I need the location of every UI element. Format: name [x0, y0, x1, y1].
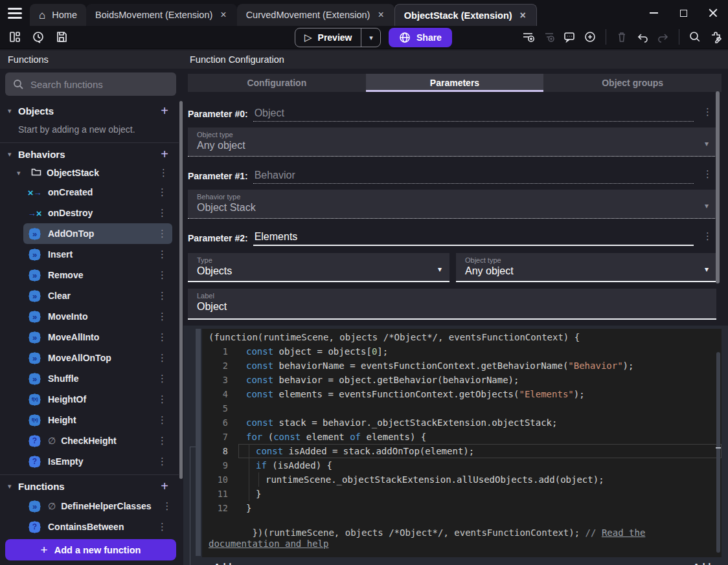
close-button[interactable]: [698, 0, 728, 26]
parameter-2-object-type-select[interactable]: Object type Any object ▾: [456, 253, 716, 282]
objects-section-header[interactable]: ▾ Objects +: [0, 101, 179, 120]
code-line-4[interactable]: 4const elements = eventsFunctionContext.…: [202, 387, 722, 401]
main-menu-icon[interactable]: [0, 0, 30, 26]
javascript-code-editor[interactable]: (function(runtimeScene, objects /*Object…: [202, 329, 722, 557]
field-value: Object: [197, 301, 707, 313]
main-scrollbar[interactable]: [716, 91, 720, 283]
kebab-menu-icon[interactable]: ⋮: [154, 249, 171, 260]
editor-scrollbar[interactable]: [716, 352, 720, 553]
add-circle-icon[interactable]: [582, 28, 598, 45]
behavior-function-remove[interactable]: »Remove⋮: [23, 265, 172, 285]
window-tab-home[interactable]: ⌂Home: [30, 4, 86, 26]
code-line-9[interactable]: 9if (isAdded) {: [202, 458, 722, 472]
behavior-function-oncreated[interactable]: ×→onCreated⋮: [23, 182, 172, 203]
kebab-menu-icon[interactable]: ⋮: [154, 269, 171, 281]
preview-dropdown-button[interactable]: ▾: [361, 28, 380, 47]
kebab-menu-icon[interactable]: ⋮: [154, 456, 171, 467]
close-tab-icon[interactable]: ×: [519, 10, 527, 21]
kebab-menu-icon[interactable]: ⋮: [155, 167, 172, 179]
behavior-function-heightof[interactable]: f(x)HeightOf⋮: [23, 389, 172, 410]
add-new-function-button[interactable]: + Add a new function: [5, 539, 176, 560]
line-number: 1: [202, 344, 238, 359]
history-icon[interactable]: [30, 28, 47, 45]
add-function-plus-button[interactable]: +: [158, 479, 171, 494]
behaviors-section-header[interactable]: ▾ Behaviors +: [0, 144, 179, 164]
add-object-button[interactable]: +: [158, 104, 171, 118]
sidebar-panel-title: Functions: [0, 50, 183, 69]
kebab-menu-icon[interactable]: ⋮: [154, 521, 171, 533]
behavior-function-moveallontop[interactable]: »MoveAllOnTop⋮: [23, 348, 172, 368]
behavior-function-height[interactable]: f(x)Height⋮: [23, 410, 172, 430]
maximize-button[interactable]: [668, 0, 698, 26]
parameter-0-kebab-icon[interactable]: ⋮: [699, 106, 716, 118]
kebab-menu-icon[interactable]: ⋮: [154, 186, 171, 198]
kebab-menu-icon[interactable]: ⋮: [154, 373, 171, 384]
behavior-function-moveallinto[interactable]: »MoveAllInto⋮: [23, 327, 172, 348]
parameter-2-type-select[interactable]: Type Objects ▾: [188, 253, 449, 282]
kebab-menu-icon[interactable]: ⋮: [154, 207, 171, 219]
minimize-button[interactable]: [639, 0, 668, 26]
add-event-icon[interactable]: [519, 28, 536, 45]
free-function-containsbetween[interactable]: ?ContainsBetween⋮: [23, 516, 172, 537]
behavior-function-shuffle[interactable]: »Shuffle⋮: [23, 368, 172, 389]
toolbar-divider: [679, 29, 679, 45]
code-line-12[interactable]: 12}: [202, 501, 722, 515]
add-behavior-button[interactable]: +: [158, 147, 171, 162]
behavior-function-clear[interactable]: »Clear⋮: [23, 285, 172, 306]
kebab-menu-icon[interactable]: ⋮: [159, 500, 176, 512]
behavior-function-checkheight[interactable]: ?∅CheckHeight⋮: [23, 430, 172, 451]
window-tab-objectstack[interactable]: ObjectStack (Extension)×: [394, 4, 537, 26]
parameter-1-name-input[interactable]: Behavior: [253, 170, 694, 184]
sidebar-scrollbar[interactable]: [179, 101, 183, 479]
code-line-2[interactable]: 2const behaviorName = eventsFunctionCont…: [202, 359, 722, 373]
tab-parameters[interactable]: Parameters: [366, 74, 544, 92]
kebab-menu-icon[interactable]: ⋮: [154, 311, 171, 322]
window-tab-boidsmovement[interactable]: BoidsMovement (Extension)×: [86, 4, 237, 26]
comment-icon[interactable]: [561, 28, 578, 45]
event-drag-handle[interactable]: [196, 329, 201, 556]
code-line-3[interactable]: 3const behavior = object.getBehavior(beh…: [202, 373, 722, 387]
behavior-function-insert[interactable]: »Insert⋮: [23, 244, 172, 265]
tab-object-groups[interactable]: Object groups: [543, 74, 722, 92]
code-line-11[interactable]: 11}: [202, 487, 722, 501]
code-line-10[interactable]: 10runtimeScene._objectStackExtension.all…: [202, 472, 722, 487]
search-functions-input[interactable]: Search functions: [5, 72, 176, 96]
edit-extension-icon[interactable]: [707, 28, 724, 45]
behavior-function-addontop[interactable]: »AddOnTop⋮: [23, 223, 172, 244]
behavior-function-moveinto[interactable]: »MoveInto⋮: [23, 306, 172, 327]
panels-icon[interactable]: [6, 28, 23, 45]
functions-section-header[interactable]: ▾ Functions +: [0, 476, 179, 496]
behavior-folder-objectstack[interactable]: ▾ ObjectStack ⋮: [0, 164, 179, 182]
kebab-menu-icon[interactable]: ⋮: [154, 331, 171, 343]
undo-icon[interactable]: [634, 28, 651, 45]
code-line-7[interactable]: 7for (const element of elements) {: [202, 430, 722, 444]
kebab-menu-icon[interactable]: ⋮: [154, 393, 171, 405]
parameter-1-kebab-icon[interactable]: ⋮: [699, 168, 716, 180]
share-button[interactable]: Share: [389, 28, 452, 47]
parameter-0-name-input[interactable]: Object: [253, 107, 694, 122]
kebab-menu-icon[interactable]: ⋮: [154, 352, 171, 364]
search-icon[interactable]: [687, 28, 703, 45]
code-line-1[interactable]: 1const object = objects[0];: [202, 344, 722, 359]
parameter-2-kebab-icon[interactable]: ⋮: [699, 230, 716, 242]
preview-button[interactable]: ▷ Preview ▾: [295, 28, 381, 47]
code-line-6[interactable]: 6const stack = behavior._objectStackExte…: [202, 415, 722, 430]
save-icon[interactable]: [53, 28, 70, 45]
behavior-function-isempty[interactable]: ?IsEmpty⋮: [23, 451, 172, 472]
close-tab-icon[interactable]: ×: [376, 9, 385, 21]
parameter-2-name-input[interactable]: Elements: [253, 231, 694, 246]
tab-configuration[interactable]: Configuration: [188, 74, 366, 92]
parameter-2-label-input[interactable]: Label Object: [188, 289, 716, 320]
behavior-function-ondestroy[interactable]: →×onDestroy⋮: [23, 203, 172, 223]
kebab-menu-icon[interactable]: ⋮: [154, 228, 171, 239]
code-line-8[interactable]: 8const isAdded = stack.addOnTop(element)…: [202, 444, 722, 458]
kebab-menu-icon[interactable]: ⋮: [154, 414, 171, 426]
parameter-0-object-type-select[interactable]: Object type Any object ▾: [188, 127, 716, 157]
kebab-menu-icon[interactable]: ⋮: [154, 290, 171, 302]
kebab-menu-icon[interactable]: ⋮: [154, 435, 171, 447]
parameter-1-behavior-type-select[interactable]: Behavior type Object Stack ▾: [188, 190, 716, 219]
code-line-5[interactable]: 5: [202, 401, 722, 415]
free-function-definehelperclasses[interactable]: »∅DefineHelperClasses⋮: [23, 496, 172, 516]
window-tab-curvedmovement[interactable]: CurvedMovement (Extension)×: [237, 4, 394, 26]
close-tab-icon[interactable]: ×: [219, 9, 227, 21]
